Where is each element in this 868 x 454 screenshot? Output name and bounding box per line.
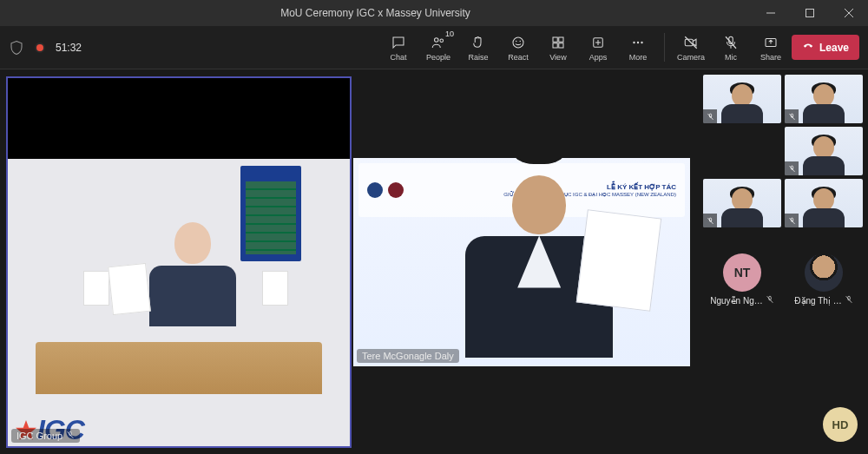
more-icon: [630, 34, 646, 51]
main-video-area: IGC IGC Group LỄ KÝ KẾT HỢP TÁC GIỮA TẬP…: [0, 69, 698, 454]
react-icon: [510, 34, 526, 51]
mic-off-icon: [723, 34, 739, 51]
svg-rect-9: [553, 37, 557, 42]
people-button[interactable]: 10 People: [419, 26, 457, 69]
camera-off-icon: [683, 34, 699, 51]
minimize-button[interactable]: [751, 0, 790, 26]
video-feed: LỄ KÝ KẾT HỢP TÁC GIỮA TẬP ĐOÀN GIÁO DỤC…: [353, 158, 690, 366]
svg-rect-1: [806, 10, 813, 17]
self-view-avatar[interactable]: HD: [823, 407, 858, 442]
mic-off-icon: [785, 214, 799, 227]
svg-line-31: [789, 114, 794, 120]
tile-label: IGC Group: [11, 429, 80, 443]
chat-button[interactable]: Chat: [379, 26, 418, 69]
people-icon: [431, 34, 446, 51]
video-tile-igc-group[interactable]: IGC IGC Group: [8, 78, 350, 446]
apps-label: Apps: [589, 53, 608, 62]
meeting-toolbar: 51:32 Chat 10 People Raise React: [0, 26, 868, 69]
raise-hand-button[interactable]: Raise: [459, 26, 497, 69]
apps-button[interactable]: Apps: [579, 26, 617, 69]
participant-thumbnail[interactable]: [785, 179, 863, 227]
svg-line-39: [766, 296, 773, 303]
svg-line-29: [707, 114, 713, 120]
thumbnail-grid: [701, 75, 865, 227]
svg-line-27: [68, 431, 74, 438]
more-label: More: [629, 53, 648, 62]
share-label: Share: [760, 53, 781, 62]
chat-label: Chat: [390, 53, 406, 62]
avatar-photo: [805, 253, 843, 292]
raise-label: Raise: [468, 53, 488, 62]
participant-audio-only[interactable]: NT Nguyễn Ng…: [704, 253, 780, 306]
svg-line-33: [789, 166, 794, 172]
svg-line-20: [685, 36, 697, 49]
svg-line-35: [707, 218, 713, 224]
svg-line-37: [789, 218, 794, 224]
svg-rect-12: [559, 43, 563, 48]
title-bar: MoU Ceremony IGC x Massey University: [0, 0, 868, 26]
mic-off-icon: [66, 431, 75, 441]
view-label: View: [549, 53, 566, 62]
chat-icon: [391, 34, 406, 51]
participant-thumbnail[interactable]: [703, 75, 781, 123]
window-controls: [751, 0, 868, 26]
close-button[interactable]: [829, 0, 868, 26]
shield-icon: [9, 40, 24, 56]
teams-meeting-window: MoU Ceremony IGC x Massey University 51:…: [0, 0, 868, 454]
mic-off-icon: [845, 295, 853, 306]
apps-icon: [590, 34, 606, 51]
camera-label: Camera: [677, 53, 705, 62]
participant-thumbnail[interactable]: [785, 127, 863, 175]
meeting-stage: IGC IGC Group LỄ KÝ KẾT HỢP TÁC GIỮA TẬP…: [0, 69, 868, 454]
video-tile-tere-mcgonagle-daly[interactable]: LỄ KÝ KẾT HỢP TÁC GIỮA TẬP ĐOÀN GIÁO DỤC…: [353, 158, 690, 366]
leave-button[interactable]: Leave: [792, 35, 859, 60]
react-button[interactable]: React: [499, 26, 537, 69]
react-label: React: [508, 53, 529, 62]
svg-line-41: [845, 296, 852, 303]
view-icon: [550, 34, 566, 51]
participant-thumbnail[interactable]: [703, 179, 781, 227]
people-label: People: [426, 53, 450, 62]
mic-off-icon: [785, 161, 799, 175]
toolbar-divider: [664, 33, 665, 62]
svg-point-4: [434, 38, 438, 43]
video-feed: [8, 78, 350, 446]
svg-point-7: [516, 41, 517, 43]
people-count: 10: [445, 30, 454, 38]
leave-label: Leave: [819, 42, 849, 54]
mic-button[interactable]: Mic: [712, 26, 750, 69]
audio-only-row: NT Nguyễn Ng… Đặng Thị …: [701, 253, 865, 306]
share-icon: [763, 34, 779, 51]
mic-off-icon: [766, 295, 774, 306]
recording-indicator-icon: [35, 43, 45, 53]
svg-point-8: [519, 41, 521, 43]
svg-point-18: [641, 42, 642, 43]
svg-rect-10: [559, 37, 563, 42]
participant-name: Đặng Thị …: [794, 295, 852, 306]
participant-thumbnail[interactable]: [785, 75, 863, 123]
leave-phone-icon: [802, 40, 814, 55]
share-button[interactable]: Share: [752, 26, 790, 69]
participant-audio-only[interactable]: Đặng Thị …: [786, 253, 862, 306]
recording-timer: 51:32: [56, 42, 82, 54]
participant-name: Nguyễn Ng…: [710, 295, 773, 306]
tile-label: Tere McGonagle Daly: [357, 349, 459, 363]
mic-label: Mic: [725, 53, 737, 62]
svg-point-16: [633, 42, 635, 43]
camera-button[interactable]: Camera: [672, 26, 710, 69]
mic-off-icon: [703, 214, 717, 227]
raise-hand-icon: [470, 34, 486, 51]
mic-off-icon: [703, 109, 717, 123]
svg-point-5: [440, 39, 444, 43]
window-title: MoU Ceremony IGC x Massey University: [0, 7, 751, 19]
participant-sidebar: NT Nguyễn Ng… Đặng Thị … HD: [698, 69, 868, 454]
svg-rect-11: [553, 43, 557, 48]
avatar-initials: NT: [723, 253, 761, 292]
view-button[interactable]: View: [539, 26, 577, 69]
svg-point-17: [637, 42, 639, 43]
svg-point-6: [513, 37, 523, 48]
mic-off-icon: [785, 109, 799, 123]
more-button[interactable]: More: [619, 26, 657, 69]
maximize-button[interactable]: [790, 0, 829, 26]
